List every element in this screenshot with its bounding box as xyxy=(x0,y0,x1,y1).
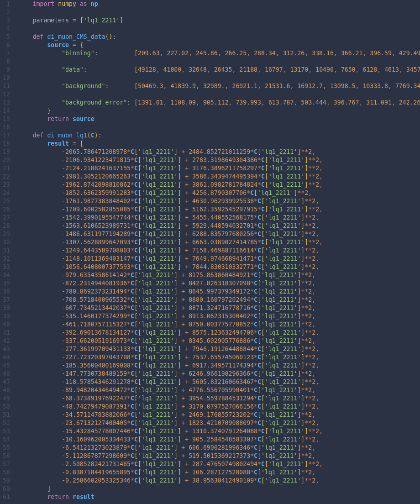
code-line: -227.72320397043708*C['lq1_2211'] + 7537… xyxy=(18,353,420,362)
code-line xyxy=(18,58,420,66)
line-number: 42 xyxy=(3,337,10,345)
line-number: 37 xyxy=(3,296,10,304)
line-number: 55 xyxy=(3,444,10,452)
code-line: -337.6620051916973*C['lq1_2211'] + 8345.… xyxy=(18,337,420,345)
line-number: 53 xyxy=(3,427,10,436)
line-number: 23 xyxy=(3,181,10,189)
line-number: 9 xyxy=(3,66,10,74)
code-line: -5.112867877298609*C['lq1_2211'] + 519.5… xyxy=(18,452,420,460)
line-number: 34 xyxy=(3,271,10,279)
line-number: 31 xyxy=(3,247,10,255)
line-number: 27 xyxy=(3,214,10,222)
line-number: 59 xyxy=(3,477,10,485)
code-line: -185.35600400169008*C['lq1_2211'] + 6917… xyxy=(18,362,420,370)
line-number: 50 xyxy=(3,403,10,411)
code-line: -1981.3052120665263*C['lq1_2211'] + 3586… xyxy=(18,173,420,181)
line-number: 41 xyxy=(3,329,10,337)
code-line: -277.36199709431133*C['lq1_2211'] + 7946… xyxy=(18,345,420,353)
line-number: 52 xyxy=(3,419,10,427)
code-line: -6.541213273023879*C['lq1_2211'] + 606.6… xyxy=(18,444,420,452)
code-line: -0.8387184419655895*C['lq1_2211'] + 106.… xyxy=(18,468,420,477)
code-line: -392.69013678134127*C['lq1_2211'] + 8575… xyxy=(18,329,420,337)
line-number: 22 xyxy=(3,173,10,181)
line-number: 24 xyxy=(3,189,10,197)
line-number: 51 xyxy=(3,411,10,419)
line-number-gutter: 1234567891011121314151617181920212223242… xyxy=(0,0,15,504)
line-number: 19 xyxy=(3,148,10,156)
code-line: -34.57114783882066*C['lq1_2211'] + 2469.… xyxy=(18,411,420,419)
line-number: 61 xyxy=(3,493,10,501)
line-number: 54 xyxy=(3,436,10,444)
code-line: -2.5085282421731465*C['lq1_2211'] + 287.… xyxy=(18,460,420,468)
code-line: ] xyxy=(18,485,420,493)
line-number: 35 xyxy=(3,279,10,288)
line-number: 17 xyxy=(3,131,10,140)
line-number: 20 xyxy=(3,156,10,164)
line-number: 33 xyxy=(3,263,10,271)
code-line: } xyxy=(18,107,420,115)
line-number: 29 xyxy=(3,230,10,238)
line-number: 28 xyxy=(3,222,10,230)
code-line: -1307.5628899647093*C['lq1_2211'] + 6663… xyxy=(18,238,420,247)
line-number: 4 xyxy=(3,25,10,33)
code-line: -15.432845778007446*C['lq1_2211'] + 1310… xyxy=(18,427,420,436)
code-line: -2065.786471208978*C['lq1_2211'] + 2484.… xyxy=(18,148,420,156)
code-line: -872.2314944081936*C['lq1_2211'] + 8427.… xyxy=(18,279,420,288)
code-line: -147.7730738489159*C['lq1_2211'] + 6246.… xyxy=(18,370,420,378)
line-number: 13 xyxy=(3,99,10,107)
code-editor: 1234567891011121314151617181920212223242… xyxy=(0,0,420,504)
code-line: -23.67132127400405*C['lq1_2211'] + 1823.… xyxy=(18,419,420,427)
line-number: 10 xyxy=(3,74,10,82)
code-line: -1542.3990195547744*C['lq1_2211'] + 5455… xyxy=(18,214,420,222)
code-line: -1563.6106523989731*C['lq1_2211'] + 5929… xyxy=(18,222,420,230)
code-line: -1962.8742098810862*C['lq1_2211'] + 3861… xyxy=(18,181,420,189)
code-line: -780.8692373231494*C['lq1_2211'] + 8645.… xyxy=(18,288,420,296)
line-number: 38 xyxy=(3,304,10,312)
line-number: 36 xyxy=(3,288,10,296)
line-number: 1 xyxy=(3,0,10,8)
line-number: 12 xyxy=(3,90,10,99)
code-line: -1486.6311977194289*C['lq1_2211'] + 6288… xyxy=(18,230,420,238)
line-number: 7 xyxy=(3,49,10,58)
code-line: -10.160962005334433*C['lq1_2211'] + 905.… xyxy=(18,436,420,444)
code-line: -68.37389197692247*C['lq1_2211'] + 3954.… xyxy=(18,394,420,403)
line-number: 39 xyxy=(3,312,10,320)
line-number: 47 xyxy=(3,378,10,386)
line-number: 40 xyxy=(3,320,10,329)
line-number: 48 xyxy=(3,386,10,394)
code-line xyxy=(18,90,420,99)
code-line: -535.1460177374299*C['lq1_2211'] + 8913.… xyxy=(18,312,420,320)
line-number: 21 xyxy=(3,164,10,173)
line-number: 3 xyxy=(3,16,10,25)
code-line: -708.5718400965532*C['lq1_2211'] + 8880.… xyxy=(18,296,420,304)
line-number: 60 xyxy=(3,485,10,493)
code-line: "background_error": [1391.01, 1108.09, 9… xyxy=(18,99,420,107)
code-line: return source xyxy=(18,115,420,123)
line-number: 58 xyxy=(3,468,10,477)
code-line: import numpy as np xyxy=(18,0,420,8)
code-line xyxy=(18,123,420,131)
code-line: -979.6354358614142*C['lq1_2211'] + 8175.… xyxy=(18,271,420,279)
code-line xyxy=(18,25,420,33)
code-line: source = { xyxy=(18,41,420,49)
line-number: 49 xyxy=(3,394,10,403)
code-line: def di_muon_lq1(C): xyxy=(18,131,420,140)
code-line: -1761.9877383848402*C['lq1_2211'] + 4630… xyxy=(18,197,420,205)
code-area: import numpy as np parameters = ['lq1_22… xyxy=(15,0,420,504)
code-line: -1852.6362359991283*C['lq1_2211'] + 4256… xyxy=(18,189,420,197)
code-line: return result xyxy=(18,493,420,501)
line-number: 43 xyxy=(3,345,10,353)
line-number: 57 xyxy=(3,460,10,468)
line-number: 16 xyxy=(3,123,10,131)
line-number: 46 xyxy=(3,370,10,378)
code-line xyxy=(18,74,420,82)
line-number: 2 xyxy=(3,8,10,16)
code-line: -118.57854346291278*C['lq1_2211'] + 5605… xyxy=(18,378,420,386)
line-number: 14 xyxy=(3,107,10,115)
line-number: 32 xyxy=(3,255,10,263)
code-line: def di_muon_CMS_data(): xyxy=(18,33,420,41)
code-line: "data": [49128, 41800, 32648, 26435, 211… xyxy=(18,66,420,74)
line-number: 18 xyxy=(3,140,10,148)
code-line: result = [ xyxy=(18,140,420,148)
line-number: 11 xyxy=(3,82,10,90)
